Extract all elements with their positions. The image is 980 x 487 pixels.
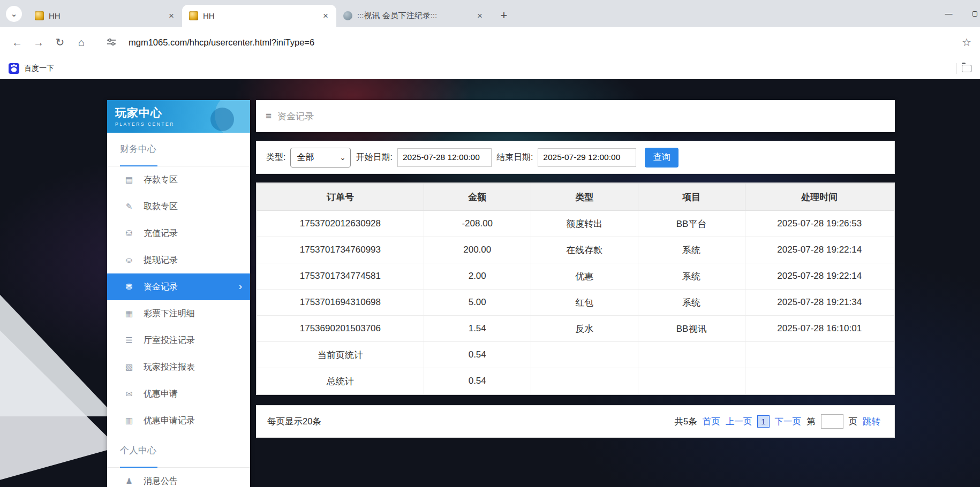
start-date-label: 开始日期: bbox=[356, 152, 392, 163]
first-page-link[interactable]: 首页 bbox=[703, 416, 720, 428]
bookmarks-separator bbox=[956, 63, 956, 74]
cell-amount: 200.00 bbox=[424, 237, 531, 263]
tab-close-icon[interactable]: × bbox=[166, 11, 177, 21]
end-date-input[interactable] bbox=[538, 148, 636, 167]
sidebar-item-withdrawal-records[interactable]: ⛀ 提现记录 bbox=[107, 247, 250, 273]
funds-record-icon: ⛃ bbox=[124, 282, 134, 292]
bookmarks-bar: 百度一下 bbox=[0, 58, 980, 79]
cell-order-no: 1753701734774581 bbox=[257, 263, 424, 290]
table-header-row: 订单号 金额 类型 项目 处理时间 bbox=[257, 184, 894, 211]
column-header-type: 类型 bbox=[531, 184, 638, 211]
sidebar-item-label: 资金记录 bbox=[144, 281, 178, 293]
tab-favicon-gold-icon bbox=[189, 11, 198, 20]
sidebar-item-lottery-bet-details[interactable]: ▦ 彩票下注明细 bbox=[107, 300, 250, 327]
sidebar-item-funds-records[interactable]: ⛃ 资金记录 › bbox=[107, 273, 250, 300]
section-personal-center: 个人中心 bbox=[107, 434, 250, 468]
window-minimize-button[interactable]: — bbox=[936, 0, 961, 27]
home-icon[interactable]: ⌂ bbox=[73, 34, 90, 51]
tab-hh-1[interactable]: HH × bbox=[28, 5, 182, 27]
sidebar-item-message-announcements[interactable]: ♟ 消息公告 bbox=[107, 468, 250, 487]
pagination-bar: 每页显示20条 共5条 首页 上一页 1 下一页 第 页 跳转 bbox=[256, 405, 895, 438]
new-tab-button[interactable]: + bbox=[496, 7, 512, 24]
current-page-indicator[interactable]: 1 bbox=[757, 415, 769, 428]
sidebar-item-hall-bet-records[interactable]: ☰ 厅室投注记录 bbox=[107, 327, 250, 354]
sidebar-item-promo-apply-records[interactable]: ▥ 优惠申请记录 bbox=[107, 407, 250, 434]
tab-label: HH bbox=[49, 11, 161, 20]
content-header: ≡ 资金记录 bbox=[256, 100, 895, 132]
forward-icon[interactable]: → bbox=[30, 34, 47, 51]
address-bar[interactable]: mgm1065.com/hhcp/usercenter.html?iniType… bbox=[129, 37, 958, 48]
cell-amount: 1.54 bbox=[424, 316, 531, 342]
window-maximize-button[interactable]: ▢ bbox=[962, 0, 980, 27]
sidebar-item-label: 提现记录 bbox=[144, 255, 178, 266]
type-select-value: 全部 bbox=[297, 152, 314, 163]
bookmark-baidu[interactable]: 百度一下 bbox=[24, 64, 54, 73]
table-row: 1753702012630928 -208.00 额度转出 BB平台 2025-… bbox=[257, 211, 894, 237]
table-row-page-subtotal: 当前页统计 0.54 bbox=[257, 342, 894, 368]
filter-bar: 类型: 全部 ⌄ 开始日期: 结束日期: 查询 bbox=[256, 141, 895, 174]
cell-project: 系统 bbox=[638, 237, 745, 263]
chevron-right-icon: › bbox=[239, 280, 242, 292]
page-title: 资金记录 bbox=[277, 110, 314, 123]
cell-empty bbox=[745, 368, 894, 394]
column-header-order-no: 订单号 bbox=[257, 184, 424, 211]
tab-label: HH bbox=[203, 11, 315, 20]
bookmarks-folder-icon[interactable] bbox=[962, 65, 971, 72]
tab-betting-records[interactable]: :::视讯 会员下注纪录::: × bbox=[336, 5, 491, 27]
sidebar-item-deposit-zone[interactable]: ▤ 存款专区 bbox=[107, 166, 250, 193]
prev-page-link[interactable]: 上一页 bbox=[726, 416, 752, 428]
tab-close-icon[interactable]: × bbox=[474, 11, 485, 21]
hamburger-menu-icon[interactable]: ≡ bbox=[266, 110, 272, 122]
sidebar-item-label: 厅室投注记录 bbox=[144, 335, 195, 346]
reload-icon[interactable]: ↻ bbox=[51, 34, 69, 51]
query-button[interactable]: 查询 bbox=[645, 148, 679, 168]
tab-hh-2-active[interactable]: HH × bbox=[182, 5, 336, 27]
browser-chrome: ⌄ HH × HH × :::视讯 会员下注纪录::: × + — ▢ ← → bbox=[0, 0, 980, 79]
sidebar-item-player-bet-report[interactable]: ▧ 玩家投注报表 bbox=[107, 354, 250, 381]
navigation-bar: ← → ↻ ⌂ mgm1065.com/hhcp/usercenter.html… bbox=[0, 27, 980, 58]
withdrawal-record-icon: ⛀ bbox=[124, 255, 134, 265]
funds-records-table-card: 订单号 金额 类型 项目 处理时间 1753702012630928 -208.… bbox=[256, 182, 895, 395]
cell-project: BB视讯 bbox=[638, 316, 745, 342]
jump-page-input[interactable] bbox=[821, 414, 843, 429]
sidebar-item-promo-apply[interactable]: ✉ 优惠申请 bbox=[107, 381, 250, 407]
message-icon: ♟ bbox=[124, 476, 134, 486]
tab-close-icon[interactable]: × bbox=[320, 11, 331, 21]
sidebar-item-label: 彩票下注明细 bbox=[144, 308, 195, 319]
sidebar-item-withdraw-zone[interactable]: ✎ 取款专区 bbox=[107, 193, 250, 220]
cell-empty bbox=[531, 368, 638, 394]
next-page-link[interactable]: 下一页 bbox=[775, 416, 802, 428]
start-date-input[interactable] bbox=[397, 148, 492, 167]
cell-process-time: 2025-07-28 19:26:53 bbox=[745, 211, 894, 237]
sidebar-item-label: 优惠申请 bbox=[144, 389, 178, 400]
bookmark-star-icon[interactable]: ☆ bbox=[962, 36, 971, 49]
sidebar-item-recharge-records[interactable]: ⛁ 充值记录 bbox=[107, 220, 250, 247]
site-info-icon[interactable] bbox=[103, 34, 120, 51]
cell-empty bbox=[745, 342, 894, 368]
player-report-icon: ▧ bbox=[124, 362, 134, 372]
cell-project: 系统 bbox=[638, 290, 745, 316]
cell-amount: -208.00 bbox=[424, 211, 531, 237]
column-header-process-time: 处理时间 bbox=[745, 184, 894, 211]
recharge-record-icon: ⛁ bbox=[124, 229, 134, 238]
table-row: 1753701734760993 200.00 在线存款 系统 2025-07-… bbox=[257, 237, 894, 263]
type-select[interactable]: 全部 ⌄ bbox=[290, 148, 351, 168]
cell-amount: 0.54 bbox=[424, 368, 531, 394]
back-icon[interactable]: ← bbox=[9, 34, 26, 51]
cell-project: BB平台 bbox=[638, 211, 745, 237]
tab-favicon-globe-icon bbox=[343, 11, 352, 20]
tab-label: :::视讯 会员下注纪录::: bbox=[357, 11, 470, 21]
jump-label-post: 页 bbox=[849, 416, 858, 428]
cell-label: 总统计 bbox=[257, 368, 424, 394]
tab-favicon-gold-icon bbox=[35, 11, 44, 20]
table-row: 1753701694310698 5.00 红包 系统 2025-07-28 1… bbox=[257, 290, 894, 316]
sidebar-item-label: 玩家投注报表 bbox=[144, 362, 195, 373]
jump-button[interactable]: 跳转 bbox=[863, 416, 880, 428]
tab-strip: ⌄ HH × HH × :::视讯 会员下注纪录::: × + — ▢ bbox=[0, 0, 980, 27]
promo-record-icon: ▥ bbox=[124, 416, 134, 425]
tab-search-button[interactable]: ⌄ bbox=[6, 6, 22, 22]
sidebar-item-label: 优惠申请记录 bbox=[144, 415, 195, 427]
jump-label-pre: 第 bbox=[806, 416, 816, 428]
per-page-text: 每页显示20条 bbox=[267, 416, 321, 428]
cell-project: 系统 bbox=[638, 263, 745, 290]
